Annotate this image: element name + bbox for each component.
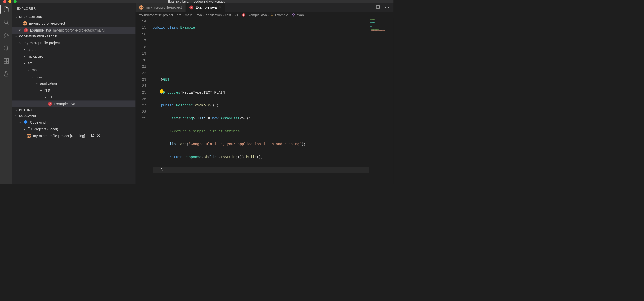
tree-folder[interactable]: rest bbox=[12, 87, 136, 94]
sidebar: EXPLORER OPEN EDITORS MP my-microprofile… bbox=[12, 3, 136, 184]
microprofile-icon: MP bbox=[23, 21, 27, 25]
chevron-down-icon bbox=[23, 128, 26, 131]
editor-tabs: MP my-microprofile-project J Example.jav… bbox=[136, 3, 394, 12]
open-editors-label: OPEN EDITORS bbox=[19, 15, 42, 19]
chevron-down-icon bbox=[19, 41, 22, 44]
tree-label: v1 bbox=[49, 95, 52, 99]
svg-point-0 bbox=[4, 20, 8, 24]
window-minimize-icon[interactable] bbox=[8, 0, 11, 3]
info-icon[interactable] bbox=[96, 133, 100, 138]
tree-folder[interactable]: mc-target bbox=[12, 53, 136, 60]
open-editor-item[interactable]: MP my-microprofile-project bbox=[12, 20, 136, 27]
tree-label: mc-target bbox=[28, 54, 43, 58]
method-symbol-icon bbox=[292, 13, 295, 17]
debug-icon[interactable] bbox=[3, 45, 10, 51]
tree-folder[interactable]: main bbox=[12, 67, 136, 73]
chevron-down-icon bbox=[35, 82, 38, 85]
chevron-down-icon bbox=[23, 62, 26, 65]
minimap[interactable]: ▬▬▬▬▬▬▬▬▬▬▬▬▬▬▬ ▬▬▬▬ ▬▬▬▬▬ ▬▬▬▬▬▬▬▬▬▬▬▬▬… bbox=[369, 18, 394, 184]
close-editor-icon[interactable]: × bbox=[19, 28, 22, 32]
workspace-label: CODEWIND-WORKSPACE bbox=[19, 35, 57, 38]
breadcrumb-item[interactable]: java bbox=[196, 13, 202, 17]
sidebar-title: EXPLORER bbox=[12, 3, 136, 14]
codewind-test-icon[interactable] bbox=[3, 71, 10, 77]
breadcrumb-item[interactable]: rest bbox=[225, 13, 231, 17]
editor-tab[interactable]: J Example.java × bbox=[186, 3, 225, 12]
codewind-section-header[interactable]: CODEWIND bbox=[12, 113, 136, 119]
breadcrumb-item[interactable]: main bbox=[185, 13, 192, 17]
window-zoom-icon[interactable] bbox=[14, 0, 17, 3]
outline-header[interactable]: OUTLINE bbox=[12, 107, 136, 113]
chevron-right-icon bbox=[23, 55, 26, 58]
svg-rect-7 bbox=[6, 61, 8, 63]
open-app-icon[interactable] bbox=[91, 133, 95, 138]
breadcrumb-item[interactable]: v1 bbox=[235, 13, 238, 17]
svg-rect-5 bbox=[4, 59, 6, 61]
open-editors-header[interactable]: OPEN EDITORS bbox=[12, 14, 136, 20]
tree-folder[interactable]: v1 bbox=[12, 94, 136, 100]
breadcrumb-item[interactable]: exan bbox=[296, 13, 304, 17]
code-content[interactable]: public class Example { @GET @Produces(Me… bbox=[151, 18, 369, 184]
svg-rect-8 bbox=[6, 59, 8, 61]
chevron-right-icon bbox=[15, 109, 18, 112]
breadcrumb-item[interactable]: Example bbox=[275, 13, 288, 17]
svg-point-4 bbox=[5, 47, 7, 49]
breadcrumbs[interactable]: my-microprofile-project› src› main› java… bbox=[136, 12, 394, 18]
codewind-projects-local[interactable]: Projects (Local) bbox=[12, 126, 136, 133]
close-tab-icon[interactable]: × bbox=[219, 5, 221, 10]
breadcrumb-item[interactable]: my-microprofile-project bbox=[139, 13, 173, 17]
microprofile-icon: MP bbox=[27, 134, 31, 138]
svg-rect-6 bbox=[4, 61, 6, 63]
activity-bar bbox=[0, 3, 12, 184]
java-file-icon: J bbox=[242, 13, 245, 17]
java-file-icon: J bbox=[189, 5, 193, 9]
more-actions-icon[interactable]: ⋯ bbox=[385, 5, 389, 10]
lightbulb-icon[interactable] bbox=[160, 89, 164, 93]
title-bar: Example.java — codewind-workspace bbox=[0, 0, 393, 3]
class-symbol-icon bbox=[270, 13, 274, 17]
code-editor[interactable]: 14151617181920212223242526272829 public … bbox=[136, 18, 394, 184]
chevron-down-icon bbox=[15, 114, 18, 117]
editor-tab[interactable]: MP my-microprofile-project bbox=[136, 3, 186, 12]
svg-point-3 bbox=[7, 35, 8, 36]
svg-point-2 bbox=[4, 36, 5, 37]
java-file-icon: J bbox=[24, 28, 28, 32]
chevron-right-icon bbox=[23, 48, 26, 51]
codewind-root[interactable]: Codewind bbox=[12, 119, 136, 126]
explorer-icon[interactable] bbox=[3, 6, 10, 13]
tree-file[interactable]: JExample.java bbox=[12, 100, 136, 107]
editor-group: MP my-microprofile-project J Example.jav… bbox=[136, 3, 394, 184]
tab-label: my-microprofile-project bbox=[146, 5, 182, 9]
codewind-project-label: my-microprofile-project [Running]… bbox=[33, 134, 89, 138]
microprofile-icon: MP bbox=[139, 5, 143, 10]
outline-label: OUTLINE bbox=[19, 108, 33, 112]
codewind-section-label: CODEWIND bbox=[19, 114, 36, 117]
codewind-project-item[interactable]: MP my-microprofile-project [Running]… bbox=[12, 132, 136, 139]
search-icon[interactable] bbox=[3, 19, 10, 26]
open-editor-path: my-microprofile-project/src/main/j… bbox=[53, 28, 135, 32]
breadcrumb-item[interactable]: src bbox=[177, 13, 181, 17]
tree-folder[interactable]: chart bbox=[12, 46, 136, 53]
svg-point-1 bbox=[4, 33, 5, 34]
tree-folder[interactable]: application bbox=[12, 80, 136, 87]
chevron-down-icon bbox=[15, 35, 18, 38]
tree-folder[interactable]: java bbox=[12, 73, 136, 80]
chevron-down-icon bbox=[31, 75, 34, 78]
chevron-down-icon bbox=[39, 89, 42, 92]
extensions-icon[interactable] bbox=[3, 58, 10, 65]
chevron-down-icon bbox=[19, 121, 22, 124]
tree-label: rest bbox=[44, 88, 50, 92]
tree-folder[interactable]: my-microprofile-project bbox=[12, 39, 136, 46]
workspace-header[interactable]: CODEWIND-WORKSPACE bbox=[12, 34, 136, 39]
chevron-down-icon bbox=[44, 96, 47, 99]
open-editor-item[interactable]: × J Example.java my-microprofile-project… bbox=[12, 27, 136, 34]
chevron-down-icon bbox=[27, 68, 30, 71]
window-close-icon[interactable] bbox=[3, 0, 6, 3]
source-control-icon[interactable] bbox=[3, 32, 10, 39]
tree-folder[interactable]: src bbox=[12, 60, 136, 67]
breadcrumb-item[interactable]: application bbox=[206, 13, 222, 17]
open-editor-label: my-microprofile-project bbox=[29, 21, 65, 25]
line-gutter: 14151617181920212223242526272829 bbox=[136, 18, 151, 184]
split-editor-icon[interactable] bbox=[376, 5, 380, 10]
breadcrumb-item[interactable]: Example.java bbox=[246, 13, 267, 17]
